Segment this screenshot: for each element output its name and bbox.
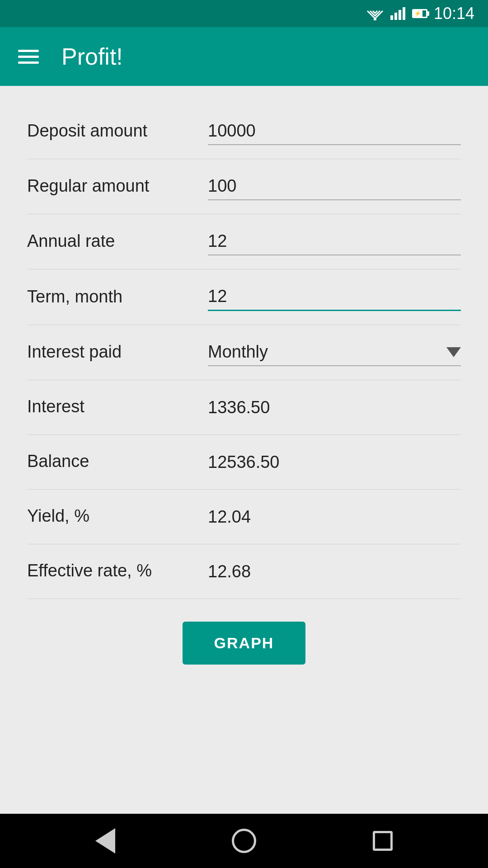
- battery-icon: ⚡: [412, 9, 427, 18]
- status-icons: ⚡ 10:14: [366, 4, 474, 23]
- interest-paid-row: Interest paid Monthly: [27, 325, 461, 380]
- status-time: 10:14: [434, 4, 474, 23]
- yield-row: Yield, % 12.04: [27, 490, 461, 544]
- graph-button[interactable]: GRAPH: [183, 622, 306, 665]
- yield-value: 12.04: [208, 504, 461, 530]
- recents-button[interactable]: [365, 823, 401, 859]
- effective-rate-row: Effective rate, % 12.68: [27, 544, 461, 599]
- nav-bar: [0, 814, 488, 868]
- term-month-label: Term, month: [27, 287, 208, 311]
- effective-rate-value: 12.68: [208, 558, 461, 585]
- deposit-amount-row: Deposit amount: [27, 104, 461, 159]
- app-title: Profit!: [61, 43, 123, 70]
- interest-paid-value: Monthly: [208, 342, 446, 362]
- interest-value: 1336.50: [208, 394, 461, 421]
- annual-rate-input[interactable]: [208, 228, 461, 255]
- regular-amount-input[interactable]: [208, 173, 461, 200]
- effective-rate-label: Effective rate, %: [27, 561, 208, 585]
- graph-button-container: GRAPH: [27, 599, 461, 683]
- regular-amount-label: Regular amount: [27, 176, 208, 200]
- chevron-down-icon: [446, 347, 461, 357]
- svg-rect-5: [394, 13, 397, 20]
- balance-label: Balance: [27, 452, 208, 476]
- deposit-amount-label: Deposit amount: [27, 121, 208, 145]
- back-button[interactable]: [87, 823, 123, 859]
- annual-rate-row: Annual rate: [27, 214, 461, 269]
- svg-rect-6: [399, 10, 401, 20]
- term-month-row: Term, month: [27, 269, 461, 325]
- back-icon: [95, 828, 115, 854]
- deposit-amount-input[interactable]: [208, 118, 461, 145]
- main-content: Deposit amount Regular amount Annual rat…: [0, 86, 488, 814]
- home-button[interactable]: [226, 823, 262, 859]
- regular-amount-row: Regular amount: [27, 159, 461, 214]
- svg-rect-7: [403, 7, 405, 20]
- recents-icon: [373, 831, 393, 851]
- balance-value: 12536.50: [208, 449, 461, 476]
- home-icon: [232, 829, 256, 853]
- wifi-icon: [366, 7, 384, 20]
- balance-row: Balance 12536.50: [27, 435, 461, 489]
- interest-row: Interest 1336.50: [27, 380, 461, 434]
- interest-paid-label: Interest paid: [27, 342, 208, 366]
- annual-rate-label: Annual rate: [27, 231, 208, 255]
- interest-paid-dropdown[interactable]: Monthly: [208, 339, 461, 366]
- signal-icon: [390, 7, 406, 20]
- status-bar: ⚡ 10:14: [0, 0, 488, 27]
- term-month-input[interactable]: [208, 283, 461, 311]
- app-bar: Profit!: [0, 27, 488, 86]
- yield-label: Yield, %: [27, 506, 208, 530]
- hamburger-menu-button[interactable]: [18, 50, 39, 64]
- svg-rect-4: [390, 15, 393, 20]
- interest-label: Interest: [27, 397, 208, 421]
